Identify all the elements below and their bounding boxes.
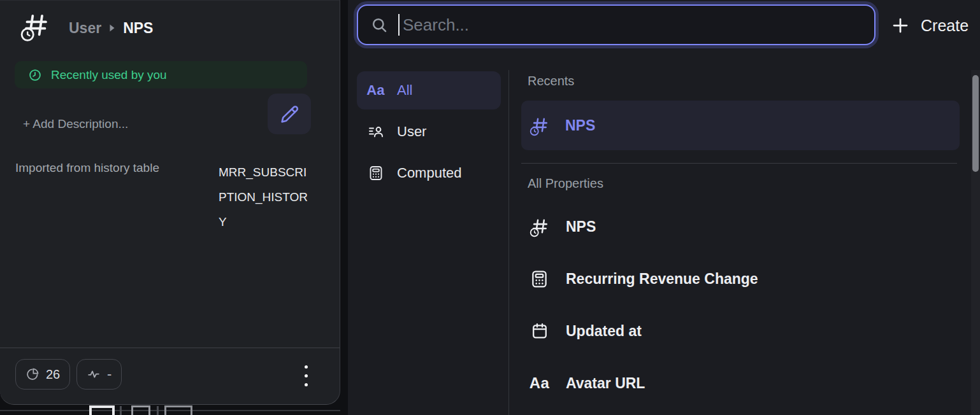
background-column-icon <box>164 405 192 415</box>
background-column-icon <box>89 405 115 415</box>
import-source-value: MRR_SUBSCRIPTION_HISTORY <box>219 160 313 234</box>
scrollbar-thumb[interactable] <box>972 75 979 172</box>
breadcrumb-parent[interactable]: User <box>69 20 101 37</box>
scrollbar-track[interactable] <box>971 70 980 415</box>
tab-user[interactable]: User <box>357 113 501 151</box>
edit-description-button[interactable] <box>268 94 311 134</box>
text-type-icon: Aa <box>367 82 384 99</box>
usage-count: 26 <box>46 367 60 382</box>
more-options-button[interactable] <box>294 362 317 390</box>
property-item-updated-at[interactable]: Updated at <box>521 305 960 357</box>
chevron-right-icon <box>109 24 115 32</box>
results-divider <box>521 163 957 164</box>
number-property-clock-icon <box>529 216 550 237</box>
kebab-dot <box>305 383 308 386</box>
tab-computed[interactable]: Computed <box>357 154 501 192</box>
tab-all[interactable]: Aa All <box>357 71 501 109</box>
search-input-wrap <box>398 6 861 44</box>
trend-value: - <box>107 367 112 381</box>
calculator-icon <box>529 269 550 290</box>
plus-icon <box>891 16 910 35</box>
kebab-dot <box>305 374 308 377</box>
tab-user-label: User <box>397 123 426 140</box>
background-column-icon <box>131 405 150 415</box>
property-search-modal: Create Aa All User <box>348 0 980 415</box>
calendar-icon <box>529 321 550 342</box>
add-description-button[interactable]: + Add Description... <box>23 117 128 131</box>
property-item-recurring-revenue-change[interactable]: Recurring Revenue Change <box>521 253 960 305</box>
modal-column-divider <box>508 70 509 415</box>
property-item-avatar-url[interactable]: Aa Avatar URL <box>521 357 960 409</box>
footer-divider <box>0 348 340 348</box>
search-box <box>357 4 876 45</box>
property-item-label: Recurring Revenue Change <box>566 271 758 288</box>
recents-header: Recents <box>528 74 574 88</box>
text-type-icon: Aa <box>529 373 550 394</box>
recent-item-label: NPS <box>565 117 595 134</box>
import-source-label: Imported from history table <box>15 161 159 175</box>
kebab-dot <box>305 365 308 369</box>
property-item-label: Updated at <box>566 323 642 340</box>
background-tick <box>120 406 122 415</box>
pulse-icon <box>87 367 101 381</box>
background-tick <box>157 406 159 415</box>
tab-all-label: All <box>397 82 412 99</box>
property-item-label: NPS <box>566 218 596 236</box>
recent-item-nps[interactable]: NPS <box>521 101 960 150</box>
usage-count-button[interactable]: 26 <box>15 359 70 390</box>
recently-used-label: Recently used by you <box>51 68 167 82</box>
all-properties-header: All Properties <box>528 176 603 191</box>
create-button[interactable]: Create <box>891 10 969 41</box>
number-property-clock-icon <box>529 115 550 136</box>
number-property-clock-icon <box>18 10 52 42</box>
clock-icon <box>28 68 42 82</box>
user-list-icon <box>367 123 384 141</box>
property-list: NPS Recurring Revenue Change <box>521 200 960 409</box>
calculator-icon <box>367 165 384 182</box>
search-icon <box>371 17 388 34</box>
property-item-label: Avatar URL <box>566 375 645 392</box>
property-detail-panel: User NPS Recently used by you + Add Desc… <box>0 0 340 405</box>
breadcrumb-current: NPS <box>123 20 153 37</box>
create-button-label: Create <box>921 17 969 35</box>
pencil-icon <box>280 104 299 124</box>
pie-chart-icon <box>25 367 40 381</box>
recently-used-badge: Recently used by you <box>15 61 307 88</box>
tab-computed-label: Computed <box>397 165 462 181</box>
trend-button[interactable]: - <box>76 359 122 390</box>
breadcrumb: User NPS <box>69 18 153 38</box>
property-item-nps[interactable]: NPS <box>521 200 960 253</box>
search-input[interactable] <box>400 15 861 35</box>
filter-tabs: Aa All User <box>357 71 501 192</box>
